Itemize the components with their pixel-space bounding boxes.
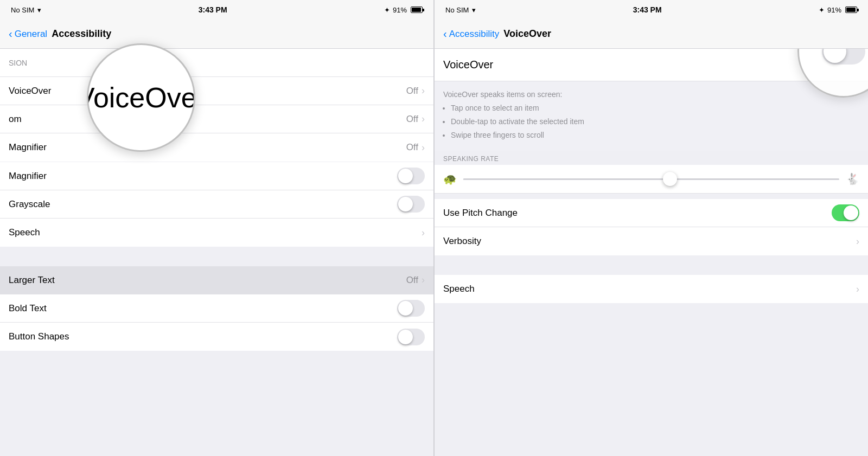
- right-desc-list: Tap once to select an item Double-tap to…: [443, 102, 859, 141]
- left-grayscale-knob: [398, 197, 413, 211]
- left-battery-icon: [411, 7, 423, 13]
- left-row-button-shapes[interactable]: Button Shapes: [0, 323, 433, 351]
- right-back-label: Accessibility: [449, 29, 500, 40]
- left-magnifier-chevron: ›: [422, 142, 425, 153]
- right-speaking-rate-label: SPEAKING RATE: [443, 155, 499, 163]
- left-larger-text-chevron: ›: [422, 274, 425, 286]
- right-bluetooth-icon: ✦: [819, 6, 825, 14]
- left-zoom-chevron: ›: [422, 113, 425, 125]
- left-magnifier-value: Off: [406, 142, 418, 153]
- left-bold-text-knob: [398, 301, 413, 316]
- left-row-larger-text[interactable]: Larger Text Off ›: [0, 266, 433, 294]
- right-status-left: No SIM ▾: [445, 6, 476, 14]
- right-battery-icon: [845, 7, 857, 13]
- left-zoom-right: Off ›: [406, 113, 425, 125]
- right-use-pitch-toggle[interactable]: [832, 204, 859, 221]
- left-nav-back[interactable]: ‹ General: [9, 28, 47, 40]
- left-settings-content: SION VoiceOver Off › om Off › Magnifier: [0, 49, 433, 456]
- right-speech-group: Speech ›: [435, 275, 868, 303]
- right-speech-label: Speech: [443, 284, 475, 294]
- left-bold-text-toggle[interactable]: [397, 300, 425, 317]
- right-nav-back[interactable]: ‹ Accessibility: [443, 28, 499, 40]
- left-phone-panel: No SIM ▾ 3:43 PM ✦ 91% ‹ General Accessi…: [0, 0, 433, 456]
- right-bottom-group: Use Pitch Change Verbosity ›: [435, 199, 868, 255]
- left-battery-pct: 91%: [393, 6, 407, 14]
- right-row-verbosity[interactable]: Verbosity ›: [435, 227, 868, 255]
- left-grayscale-toggle[interactable]: [397, 196, 425, 213]
- left-row-invert-colors[interactable]: Magnifier: [0, 162, 433, 190]
- left-row-zoom[interactable]: om Off ›: [0, 105, 433, 133]
- left-invert-colors-toggle[interactable]: [397, 168, 425, 184]
- left-grayscale-label: Grayscale: [9, 199, 50, 210]
- right-desc-intro: VoiceOver speaks items on screen:: [443, 90, 562, 99]
- magnifier-circle: VoiceOver: [87, 43, 195, 152]
- right-row-use-pitch[interactable]: Use Pitch Change: [435, 199, 868, 227]
- large-voiceover-toggle[interactable]: [822, 49, 865, 65]
- left-time: 3:43 PM: [199, 5, 227, 14]
- left-toggle-group: Magnifier Grayscale Speech ›: [0, 162, 433, 247]
- large-toggle-knob: [824, 49, 846, 63]
- right-back-chevron: ‹: [443, 28, 447, 40]
- left-zoom-value: Off: [406, 114, 418, 125]
- right-time: 3:43 PM: [633, 5, 662, 14]
- right-voiceover-description: VoiceOver speaks items on screen: Tap on…: [435, 81, 868, 151]
- right-verbosity-label: Verbosity: [443, 236, 481, 247]
- right-nav-title: VoiceOver: [503, 28, 551, 40]
- left-bold-text-label: Bold Text: [9, 303, 47, 314]
- left-status-bar: No SIM ▾ 3:43 PM ✦ 91%: [0, 0, 433, 20]
- left-voiceover-right: Off ›: [406, 85, 425, 97]
- left-row-section-top: SION: [0, 49, 433, 77]
- left-button-shapes-label: Button Shapes: [9, 331, 69, 342]
- right-desc-item-2: Double-tap to activate the selected item: [451, 116, 859, 127]
- left-button-shapes-toggle[interactable]: [397, 329, 425, 345]
- right-speech-right: ›: [856, 284, 859, 295]
- right-use-pitch-label: Use Pitch Change: [443, 208, 518, 219]
- left-back-chevron: ‹: [9, 28, 12, 40]
- left-row-speech[interactable]: Speech ›: [0, 219, 433, 247]
- left-top-group: SION VoiceOver Off › om Off › Magnifier: [0, 49, 433, 162]
- rabbit-icon: 🐇: [846, 172, 859, 185]
- left-bluetooth-icon: ✦: [384, 6, 390, 14]
- left-row-magnifier[interactable]: Magnifier Off ›: [0, 133, 433, 162]
- right-voiceover-main-label: VoiceOver: [443, 59, 493, 71]
- right-desc-item-1: Tap once to select an item: [451, 102, 859, 114]
- right-row-speech[interactable]: Speech ›: [435, 275, 868, 303]
- left-voiceover-chevron: ›: [422, 85, 425, 97]
- left-back-label: General: [15, 29, 47, 40]
- magnifier-overlay: VoiceOver: [87, 43, 195, 152]
- right-settings-content: VoiceOver VoiceOver speaks items on scre…: [435, 49, 868, 456]
- left-nav-title: Accessibility: [52, 28, 111, 40]
- right-nav-bar: ‹ Accessibility VoiceOver: [435, 20, 868, 49]
- left-status-right: ✦ 91%: [384, 6, 423, 14]
- left-speech-right: ›: [422, 227, 425, 239]
- turtle-icon: 🐢: [443, 172, 457, 185]
- left-invert-colors-label: Magnifier: [9, 171, 47, 182]
- right-gap-2: [435, 255, 868, 275]
- magnifier-text: VoiceOver: [87, 81, 195, 114]
- left-voiceover-value: Off: [406, 86, 418, 97]
- left-larger-text-value: Off: [406, 275, 418, 286]
- right-slider-row[interactable]: 🐢 🐇: [435, 165, 868, 194]
- left-row-grayscale[interactable]: Grayscale: [0, 190, 433, 219]
- slider-fill: [463, 178, 670, 180]
- slider-thumb[interactable]: [663, 172, 677, 186]
- speaking-rate-track[interactable]: [463, 178, 839, 180]
- right-battery-pct: 91%: [827, 6, 841, 14]
- left-larger-text-label: Larger Text: [9, 275, 55, 286]
- right-voiceover-row[interactable]: VoiceOver: [435, 49, 868, 81]
- left-invert-colors-knob: [398, 169, 413, 183]
- left-speech-label: Speech: [9, 227, 40, 238]
- right-verbosity-right: ›: [856, 236, 859, 247]
- right-verbosity-chevron: ›: [856, 236, 859, 247]
- left-larger-text-right: Off ›: [406, 274, 425, 286]
- left-bottom-group: Larger Text Off › Bold Text Button Shape…: [0, 266, 433, 351]
- right-speech-chevron: ›: [856, 284, 859, 295]
- left-magnifier-right: Off ›: [406, 142, 425, 153]
- right-gap-1: [435, 194, 868, 199]
- right-status-bar: No SIM ▾ 3:43 PM ✦ 91%: [435, 0, 868, 20]
- right-wifi-icon: ▾: [472, 6, 476, 14]
- left-row-voiceover[interactable]: VoiceOver Off ›: [0, 77, 433, 105]
- right-speaking-rate-group: 🐢 🐇: [435, 165, 868, 194]
- left-row-bold-text[interactable]: Bold Text: [0, 294, 433, 323]
- left-nav-bar: ‹ General Accessibility: [0, 20, 433, 49]
